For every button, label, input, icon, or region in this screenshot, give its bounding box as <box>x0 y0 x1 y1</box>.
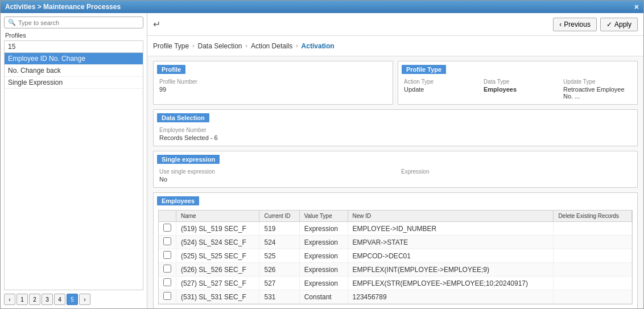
row-new-id: EMPVAR->STATE <box>348 236 554 249</box>
row-checkbox[interactable] <box>163 237 171 245</box>
row-new-id: EMPFLEX(INT(EMPLOYEE->EMPLOYEE;9) <box>348 263 554 277</box>
data-selection-content: Employee Number Records Selected - 6 <box>154 125 637 146</box>
wizard-step-activation[interactable]: Activation <box>302 42 335 50</box>
profile-header: Profile <box>157 65 185 74</box>
wizard-step-data-selection[interactable]: Data Selection <box>198 42 242 50</box>
data-type-value: Employees <box>484 86 552 93</box>
data-type-label: Data Type <box>484 79 552 85</box>
table-row[interactable]: (531) SL_531 SEC_F 531 Constant 12345678… <box>159 290 632 304</box>
previous-button[interactable]: ‹ Previous <box>553 18 597 31</box>
page-prev-button[interactable]: ‹ <box>4 294 15 305</box>
col-value-type: Value Type <box>299 211 348 222</box>
prev-arrow-icon: ‹ <box>559 20 562 28</box>
row-selector-cell[interactable] <box>159 277 176 290</box>
page-3-button[interactable]: 3 <box>42 294 53 305</box>
apply-button[interactable]: ✓ Apply <box>600 18 638 31</box>
profile-item-employee-id-change[interactable]: Employee ID No. Change <box>5 53 143 65</box>
profile-section: Profile Profile Number 99 <box>153 61 393 105</box>
page-next-button[interactable]: › <box>79 294 90 305</box>
data-type-col: Data Type Employees <box>484 79 552 100</box>
table-row[interactable]: (527) SL_527 SEC_F 527 Expression EMPFLE… <box>159 277 632 290</box>
employees-table: Name Current ID Value Type New ID Delete… <box>159 211 632 304</box>
main-content: 🔍 Profiles 15 Employee ID No. Change No.… <box>1 13 643 308</box>
table-row[interactable]: (526) SL_526 SEC_F 526 Expression EMPFLE… <box>159 263 632 277</box>
single-expression-content: Use single expression No Expression <box>154 166 637 187</box>
profile-type-cols: Action Type Update Data Type Employees U… <box>404 79 631 100</box>
single-expression-header: Single expression <box>157 155 220 164</box>
toolbar-left: ↵ <box>153 19 160 30</box>
row-checkbox[interactable] <box>163 251 171 259</box>
row-selector-cell[interactable] <box>159 222 176 236</box>
profile-row: Profile Profile Number 99 Profile Type <box>153 61 638 105</box>
step-action-details-label: Action Details <box>251 42 292 50</box>
data-selection-section: Data Selection Employee Number Records S… <box>153 109 638 146</box>
row-selector-cell[interactable] <box>159 263 176 277</box>
wizard-step-profile-type[interactable]: Profile Type <box>153 42 189 50</box>
col-name: Name <box>176 211 259 222</box>
page-5-button[interactable]: 5 <box>67 294 78 305</box>
profile-item-single-expression[interactable]: Single Expression <box>5 77 143 89</box>
back-arrow-icon: ↵ <box>153 19 160 30</box>
row-selector-cell[interactable] <box>159 290 176 304</box>
row-current-id: 526 <box>259 263 299 277</box>
row-checkbox[interactable] <box>163 278 171 286</box>
wizard-arrow-1: › <box>192 43 194 49</box>
wizard-steps: Profile Type › Data Selection › Action D… <box>147 36 643 56</box>
records-selected-value: Records Selected - 6 <box>159 134 631 141</box>
row-new-id: EMPFLEX(STR(EMPLOYEE->EMPLOYEE;10;202409… <box>348 277 554 290</box>
pagination: ‹ 1 2 3 4 5 › <box>4 294 143 305</box>
profile-item-15[interactable]: 15 <box>5 41 143 53</box>
profile-item-no-change-back[interactable]: No. Change back <box>5 65 143 77</box>
close-button[interactable]: × <box>634 2 639 11</box>
row-selector-cell[interactable] <box>159 236 176 249</box>
search-input[interactable] <box>18 19 139 26</box>
wizard-arrow-3: › <box>296 43 298 49</box>
row-checkbox[interactable] <box>163 292 171 300</box>
row-name: (525) SL_525 SEC_F <box>176 249 259 263</box>
row-current-id: 531 <box>259 290 299 304</box>
employees-section: Employees Name Current ID Value Type New… <box>153 192 638 308</box>
table-row[interactable]: (519) SL_519 SEC_F 519 Expression EMPLOY… <box>159 222 632 236</box>
action-type-label: Action Type <box>404 79 472 85</box>
row-current-id: 525 <box>259 249 299 263</box>
employee-number-label: Employee Number <box>159 127 631 133</box>
row-selector-cell[interactable] <box>159 249 176 263</box>
step-profile-type-label: Profile Type <box>153 42 189 50</box>
profile-number-label: Profile Number <box>159 79 387 85</box>
row-new-id: EMPCOD->DEC01 <box>348 249 554 263</box>
employees-table-container[interactable]: Name Current ID Value Type New ID Delete… <box>158 210 633 304</box>
row-checkbox[interactable] <box>163 224 171 232</box>
row-value-type: Expression <box>299 277 348 290</box>
row-name: (527) SL_527 SEC_F <box>176 277 259 290</box>
action-type-value: Update <box>404 86 472 93</box>
sidebar: 🔍 Profiles 15 Employee ID No. Change No.… <box>1 13 147 308</box>
page-4-button[interactable]: 4 <box>54 294 65 305</box>
step-activation-label: Activation <box>302 42 335 50</box>
col-current-id: Current ID <box>259 211 299 222</box>
table-row[interactable]: (524) SL_524 SEC_F 524 Expression EMPVAR… <box>159 236 632 249</box>
main-window: Activities > Maintenance Processes × 🔍 P… <box>0 0 644 309</box>
wizard-step-action-details[interactable]: Action Details <box>251 42 292 50</box>
row-value-type: Expression <box>299 263 348 277</box>
row-delete-existing <box>554 249 632 263</box>
row-checkbox[interactable] <box>163 265 171 273</box>
row-delete-existing <box>554 290 632 304</box>
data-selection-header: Data Selection <box>157 113 209 122</box>
row-current-id: 527 <box>259 277 299 290</box>
col-new-id: New ID <box>348 211 554 222</box>
row-value-type: Expression <box>299 222 348 236</box>
profiles-label: Profiles <box>4 32 143 39</box>
table-row[interactable]: (525) SL_525 SEC_F 525 Expression EMPCOD… <box>159 249 632 263</box>
content-area: Profile Profile Number 99 Profile Type <box>147 56 643 308</box>
search-box: 🔍 <box>4 17 143 28</box>
row-value-type: Expression <box>299 249 348 263</box>
title-text: Activities > Maintenance Processes <box>5 3 121 11</box>
page-1-button[interactable]: 1 <box>16 294 28 305</box>
title-bar: Activities > Maintenance Processes × <box>1 1 643 13</box>
row-value-type: Expression <box>299 236 348 249</box>
row-new-id: 123456789 <box>348 290 554 304</box>
page-2-button[interactable]: 2 <box>29 294 40 305</box>
search-icon: 🔍 <box>8 19 16 26</box>
action-type-col: Action Type Update <box>404 79 472 100</box>
row-delete-existing <box>554 277 632 290</box>
